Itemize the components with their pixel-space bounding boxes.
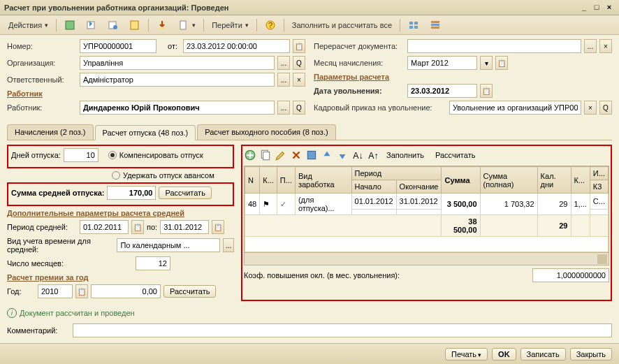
tb-icon-view2[interactable] [425, 18, 445, 32]
calc-bonus-button[interactable]: Рассчитать [163, 285, 216, 298]
print-button[interactable]: Печать [445, 348, 488, 361]
main-toolbar: Действия Перейти ? Заполнить и рассчитат… [0, 15, 619, 35]
tb-icon-2[interactable] [82, 18, 101, 32]
timetype-label: Вид учета времени для средней: [7, 237, 114, 254]
org-input[interactable] [80, 56, 275, 70]
worker-ellipsis-button[interactable]: ... [277, 101, 290, 115]
titlebar: Расчет при увольнении работника организа… [0, 0, 619, 15]
month-spin-button[interactable]: ▾ [480, 56, 493, 70]
minimize-button[interactable]: _ [578, 3, 590, 13]
dismiss-cal-button[interactable]: 📋 [480, 84, 493, 98]
tb-icon-5[interactable] [152, 18, 172, 32]
col-days: Кал. дни [537, 167, 571, 194]
year-label: Год: [7, 287, 35, 296]
recalc-clear-button[interactable]: × [599, 39, 612, 53]
col-k: К... [260, 167, 277, 194]
tb-icon-view1[interactable] [404, 18, 423, 32]
timetype-ellipsis[interactable]: ... [223, 238, 234, 252]
ok-button[interactable]: OK [492, 348, 516, 361]
copy-icon[interactable] [259, 149, 272, 161]
total-row: 38 500,00 29 [245, 215, 609, 237]
add-params-header: Дополнительные параметры расчета средней [7, 209, 234, 217]
recalc-input[interactable] [407, 39, 581, 53]
grid-scrollbar[interactable] [245, 252, 609, 265]
year-input[interactable] [38, 284, 73, 298]
resp-clear-button[interactable]: × [293, 73, 305, 87]
tb-icon-6[interactable] [174, 18, 200, 32]
grid-area: A↓ A↑ Заполнить Рассчитать N К... П... В… [241, 145, 612, 301]
save-button[interactable]: Записать [520, 348, 566, 361]
withhold-radio[interactable] [112, 171, 120, 180]
goto-menu[interactable]: Перейти [207, 20, 253, 31]
bonus-input[interactable] [91, 284, 161, 298]
order-clear-button[interactable]: × [584, 101, 597, 115]
number-input[interactable] [80, 39, 156, 53]
ot-date-input[interactable] [183, 39, 290, 53]
svg-rect-18 [263, 152, 270, 160]
tab-vacation-calc[interactable]: Расчет отпуска (48 поз.) [95, 125, 196, 140]
tb-icon-1[interactable] [60, 18, 80, 32]
timetype-input[interactable] [117, 238, 220, 252]
coef-input[interactable] [532, 268, 609, 282]
compensate-radio[interactable] [108, 151, 117, 159]
days-input[interactable] [64, 148, 99, 162]
recalc-ellipsis-button[interactable]: ... [584, 39, 597, 53]
tb-icon-4[interactable] [125, 18, 145, 32]
sort-desc-icon[interactable]: A↑ [367, 149, 379, 161]
add-icon[interactable] [244, 149, 256, 161]
delete-icon[interactable] [290, 149, 303, 161]
down-icon[interactable] [336, 149, 349, 161]
calc-avg-button[interactable]: Рассчитать [159, 187, 211, 199]
period-to-cal[interactable]: 📋 [212, 220, 224, 234]
period-from-input[interactable] [80, 220, 129, 234]
worker-input[interactable] [80, 101, 275, 115]
svg-rect-9 [409, 22, 413, 24]
calendar-icon[interactable]: 📋 [293, 39, 305, 53]
month-cal-button[interactable]: 📋 [495, 56, 508, 70]
grid-fill-button[interactable]: Заполнить [382, 150, 428, 161]
months-input[interactable] [136, 256, 170, 270]
save-icon[interactable] [305, 149, 318, 161]
org-ellipsis-button[interactable]: ... [277, 56, 290, 70]
comment-input[interactable] [73, 323, 612, 337]
close-button[interactable]: × [604, 3, 615, 13]
fill-and-calc-button[interactable]: Заполнить и рассчитать все [288, 20, 396, 31]
grid-calc-button[interactable]: Рассчитать [431, 150, 479, 161]
svg-rect-0 [66, 21, 74, 29]
resp-ellipsis-button[interactable]: ... [277, 73, 290, 87]
maximize-button[interactable]: □ [591, 3, 602, 13]
actions-menu[interactable]: Действия [4, 20, 52, 31]
tab-accruals[interactable]: Начисления (2 поз.) [7, 124, 94, 140]
col-end: Окончание [396, 180, 442, 194]
svg-rect-11 [409, 26, 413, 29]
info-icon: i [7, 308, 17, 318]
help-button[interactable]: ? [261, 18, 280, 32]
org-lookup-button[interactable]: Q [293, 56, 305, 70]
worker-lookup-button[interactable]: Q [293, 101, 305, 115]
tab-severance[interactable]: Расчет выходного пособия (8 поз.) [197, 124, 335, 140]
period-to-input[interactable] [160, 220, 209, 234]
data-grid[interactable]: N К... П... Вид заработка Период Сумма С… [244, 166, 609, 265]
status-line: i Документ рассчитан и проведен [0, 305, 619, 321]
sort-asc-icon[interactable]: A↓ [351, 149, 364, 161]
table-row: 48 ⚑ ✓ (для отпуска)... 01.01.2012 31.01… [245, 194, 609, 210]
svg-rect-4 [131, 21, 138, 29]
up-icon[interactable] [321, 149, 333, 161]
svg-point-3 [113, 25, 117, 29]
year-cal[interactable]: 📋 [75, 284, 88, 298]
order-lookup-button[interactable]: Q [599, 101, 612, 115]
svg-rect-10 [414, 22, 418, 24]
dismiss-date-input[interactable] [407, 84, 477, 98]
edit-icon[interactable] [275, 149, 287, 161]
svg-rect-19 [307, 151, 315, 159]
period-from-cal[interactable]: 📋 [131, 220, 144, 234]
col-k2: К... [571, 167, 590, 194]
month-input[interactable] [407, 56, 477, 70]
svg-rect-15 [431, 27, 439, 29]
responsible-input[interactable] [80, 73, 275, 87]
comment-label: Комментарий: [7, 326, 70, 335]
avg-input[interactable] [107, 186, 156, 200]
tb-icon-3[interactable] [103, 18, 123, 32]
order-input[interactable] [449, 101, 581, 115]
close-form-button[interactable]: Закрыть [570, 348, 612, 361]
